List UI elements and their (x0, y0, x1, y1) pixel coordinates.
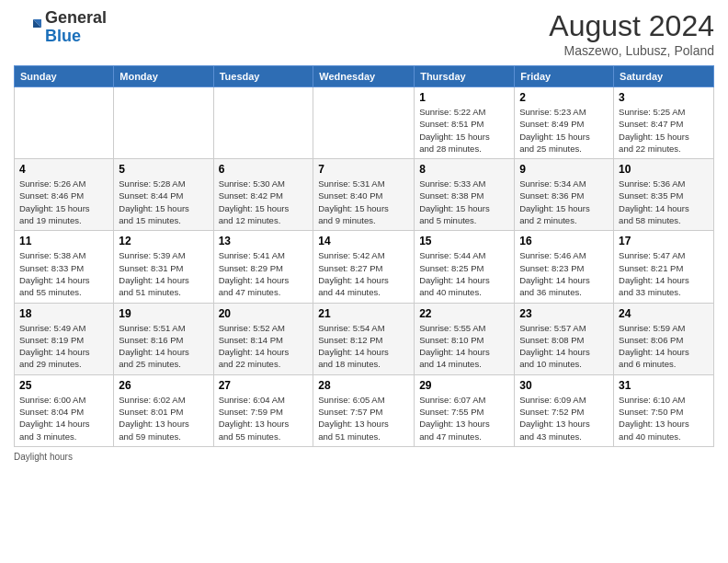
logo: General Blue (14, 9, 107, 46)
table-row: 20Sunrise: 5:52 AM Sunset: 8:14 PM Dayli… (213, 303, 313, 374)
day-number: 9 (519, 163, 609, 176)
table-row: 27Sunrise: 6:04 AM Sunset: 7:59 PM Dayli… (213, 374, 313, 446)
table-row: 10Sunrise: 5:36 AM Sunset: 8:35 PM Dayli… (614, 159, 714, 231)
day-info: Sunrise: 5:25 AM Sunset: 8:47 PM Dayligh… (619, 106, 709, 155)
day-info: Sunrise: 6:05 AM Sunset: 7:57 PM Dayligh… (318, 394, 409, 442)
day-header: Saturday (614, 66, 714, 87)
table-row: 19Sunrise: 5:51 AM Sunset: 8:16 PM Dayli… (114, 303, 213, 374)
logo-icon (14, 14, 41, 41)
day-number: 1 (419, 91, 509, 104)
day-header: Wednesday (313, 66, 415, 87)
table-row: 26Sunrise: 6:02 AM Sunset: 8:01 PM Dayli… (114, 374, 213, 446)
table-row: 31Sunrise: 6:10 AM Sunset: 7:50 PM Dayli… (614, 374, 714, 446)
table-row: 13Sunrise: 5:41 AM Sunset: 8:29 PM Dayli… (213, 231, 313, 303)
day-number: 27 (219, 379, 309, 392)
day-number: 20 (219, 307, 309, 320)
day-number: 21 (318, 307, 409, 320)
day-info: Sunrise: 5:39 AM Sunset: 8:31 PM Dayligh… (119, 249, 208, 298)
day-number: 25 (19, 379, 108, 392)
day-number: 31 (619, 379, 709, 392)
day-header: Monday (114, 66, 213, 87)
day-number: 26 (119, 379, 208, 392)
day-info: Sunrise: 5:49 AM Sunset: 8:19 PM Dayligh… (19, 322, 108, 371)
day-info: Sunrise: 6:04 AM Sunset: 7:59 PM Dayligh… (219, 394, 309, 442)
table-row: 29Sunrise: 6:07 AM Sunset: 7:55 PM Dayli… (415, 374, 515, 446)
day-info: Sunrise: 5:44 AM Sunset: 8:25 PM Dayligh… (419, 249, 509, 298)
day-info: Sunrise: 5:46 AM Sunset: 8:23 PM Dayligh… (519, 249, 609, 298)
day-number: 29 (419, 379, 509, 392)
table-row: 7Sunrise: 5:31 AM Sunset: 8:40 PM Daylig… (313, 159, 415, 231)
day-number: 17 (619, 235, 709, 247)
day-number: 2 (519, 91, 609, 104)
day-number: 7 (318, 163, 409, 176)
day-number: 19 (119, 307, 208, 320)
day-info: Sunrise: 5:55 AM Sunset: 8:10 PM Dayligh… (419, 322, 509, 371)
day-number: 30 (519, 379, 609, 392)
day-number: 5 (119, 163, 208, 176)
table-row: 28Sunrise: 6:05 AM Sunset: 7:57 PM Dayli… (313, 374, 415, 446)
table-row: 24Sunrise: 5:59 AM Sunset: 8:06 PM Dayli… (614, 303, 714, 374)
day-number: 23 (519, 307, 609, 320)
day-info: Sunrise: 5:30 AM Sunset: 8:42 PM Dayligh… (219, 178, 309, 226)
week-row: 1Sunrise: 5:22 AM Sunset: 8:51 PM Daylig… (15, 87, 714, 159)
footer: Daylight hours (14, 452, 714, 462)
page: General Blue August 2024 Maszewo, Lubusz… (0, 0, 728, 563)
day-info: Sunrise: 6:02 AM Sunset: 8:01 PM Dayligh… (119, 394, 208, 442)
header: General Blue August 2024 Maszewo, Lubusz… (14, 9, 714, 58)
table-row: 25Sunrise: 6:00 AM Sunset: 8:04 PM Dayli… (15, 374, 114, 446)
day-number: 22 (419, 307, 509, 320)
day-number: 4 (19, 163, 108, 176)
day-number: 11 (19, 235, 108, 247)
table-row: 17Sunrise: 5:47 AM Sunset: 8:21 PM Dayli… (614, 231, 714, 303)
day-info: Sunrise: 5:47 AM Sunset: 8:21 PM Dayligh… (619, 249, 709, 298)
location: Maszewo, Lubusz, Poland (549, 43, 714, 58)
day-info: Sunrise: 5:41 AM Sunset: 8:29 PM Dayligh… (219, 249, 309, 298)
table-row: 14Sunrise: 5:42 AM Sunset: 8:27 PM Dayli… (313, 231, 415, 303)
table-row: 5Sunrise: 5:28 AM Sunset: 8:44 PM Daylig… (114, 159, 213, 231)
day-info: Sunrise: 6:00 AM Sunset: 8:04 PM Dayligh… (19, 394, 108, 442)
table-row: 15Sunrise: 5:44 AM Sunset: 8:25 PM Dayli… (415, 231, 515, 303)
table-row (15, 87, 114, 159)
day-header: Thursday (415, 66, 515, 87)
day-info: Sunrise: 6:09 AM Sunset: 7:52 PM Dayligh… (519, 394, 609, 442)
header-row: SundayMondayTuesdayWednesdayThursdayFrid… (15, 66, 714, 87)
logo-general: General (45, 8, 107, 27)
table-row: 21Sunrise: 5:54 AM Sunset: 8:12 PM Dayli… (313, 303, 415, 374)
day-info: Sunrise: 5:57 AM Sunset: 8:08 PM Dayligh… (519, 322, 609, 371)
day-info: Sunrise: 5:34 AM Sunset: 8:36 PM Dayligh… (519, 178, 609, 226)
day-number: 8 (419, 163, 509, 176)
table-row: 11Sunrise: 5:38 AM Sunset: 8:33 PM Dayli… (15, 231, 114, 303)
day-header: Friday (515, 66, 614, 87)
logo-blue: Blue (45, 27, 81, 45)
day-number: 16 (519, 235, 609, 247)
day-info: Sunrise: 5:54 AM Sunset: 8:12 PM Dayligh… (318, 322, 409, 371)
table-row: 23Sunrise: 5:57 AM Sunset: 8:08 PM Dayli… (515, 303, 614, 374)
daylight-hours-label: Daylight hours (14, 452, 73, 462)
day-info: Sunrise: 5:52 AM Sunset: 8:14 PM Dayligh… (219, 322, 309, 371)
week-row: 4Sunrise: 5:26 AM Sunset: 8:46 PM Daylig… (15, 159, 714, 231)
day-info: Sunrise: 5:51 AM Sunset: 8:16 PM Dayligh… (119, 322, 208, 371)
day-info: Sunrise: 5:26 AM Sunset: 8:46 PM Dayligh… (19, 178, 108, 226)
day-number: 24 (619, 307, 709, 320)
week-row: 18Sunrise: 5:49 AM Sunset: 8:19 PM Dayli… (15, 303, 714, 374)
table-row: 8Sunrise: 5:33 AM Sunset: 8:38 PM Daylig… (415, 159, 515, 231)
day-info: Sunrise: 5:23 AM Sunset: 8:49 PM Dayligh… (519, 106, 609, 155)
day-info: Sunrise: 5:22 AM Sunset: 8:51 PM Dayligh… (419, 106, 509, 155)
table-row: 2Sunrise: 5:23 AM Sunset: 8:49 PM Daylig… (515, 87, 614, 159)
table-row (114, 87, 213, 159)
table-row: 6Sunrise: 5:30 AM Sunset: 8:42 PM Daylig… (213, 159, 313, 231)
day-info: Sunrise: 5:59 AM Sunset: 8:06 PM Dayligh… (619, 322, 709, 371)
day-info: Sunrise: 5:38 AM Sunset: 8:33 PM Dayligh… (19, 249, 108, 298)
week-row: 11Sunrise: 5:38 AM Sunset: 8:33 PM Dayli… (15, 231, 714, 303)
logo-text: General Blue (45, 9, 107, 46)
day-info: Sunrise: 5:36 AM Sunset: 8:35 PM Dayligh… (619, 178, 709, 226)
table-row: 4Sunrise: 5:26 AM Sunset: 8:46 PM Daylig… (15, 159, 114, 231)
table-row: 1Sunrise: 5:22 AM Sunset: 8:51 PM Daylig… (415, 87, 515, 159)
week-row: 25Sunrise: 6:00 AM Sunset: 8:04 PM Dayli… (15, 374, 714, 446)
table-row (213, 87, 313, 159)
day-info: Sunrise: 6:10 AM Sunset: 7:50 PM Dayligh… (619, 394, 709, 442)
day-number: 15 (419, 235, 509, 247)
day-number: 12 (119, 235, 208, 247)
table-row: 18Sunrise: 5:49 AM Sunset: 8:19 PM Dayli… (15, 303, 114, 374)
table-row (313, 87, 415, 159)
